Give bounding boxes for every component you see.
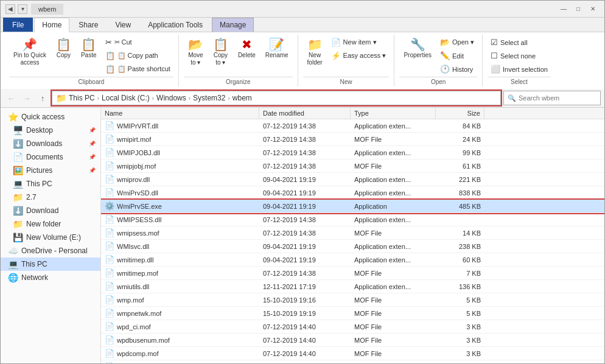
tab-apptools[interactable]: Application Tools xyxy=(140,18,211,32)
tab-file[interactable]: File xyxy=(3,18,33,32)
easy-access-button[interactable]: ⚡ Easy access ▾ xyxy=(328,49,390,62)
quick-access-icon[interactable]: ◀ xyxy=(5,4,15,14)
pin-indicator4: 📌 xyxy=(89,167,96,173)
table-row[interactable]: 📄 wmipjobj.mof 07-12-2019 14:38 MOF File… xyxy=(101,159,604,173)
new-item-button[interactable]: 📄 New item ▾ xyxy=(328,36,390,49)
table-row[interactable]: 📄 wpd_ci.mof 07-12-2019 14:40 MOF File 3… xyxy=(101,320,604,334)
table-row[interactable]: ⚙️ WmiPrvSE.exe 09-04-2021 19:19 Applica… xyxy=(101,200,604,213)
sidebar-item-newvolume[interactable]: 💾 New Volume (E:) xyxy=(1,231,100,244)
table-row[interactable]: 📄 WMIPJOBJ.dll 07-12-2019 14:38 Applicat… xyxy=(101,146,604,159)
col-header-type[interactable]: Type xyxy=(351,108,436,119)
table-row[interactable]: 📄 WmiPrvSD.dll 09-04-2021 19:19 Applicat… xyxy=(101,186,604,200)
sidebar-item-documents[interactable]: 📄 Documents 📌 xyxy=(1,150,100,164)
file-icon: 📄 xyxy=(105,255,114,264)
copy-to-button[interactable]: 📋 Copyto ▾ xyxy=(209,36,233,69)
file-name: wpd_ci.mof xyxy=(117,323,151,331)
cut-button[interactable]: ✂ ✂ Cut xyxy=(102,36,173,49)
forward-button[interactable]: → xyxy=(20,91,33,105)
table-row[interactable]: 📄 wmp.mof 15-10-2019 19:16 MOF File 5 KB xyxy=(101,293,604,307)
sidebar-item-label: Quick access xyxy=(21,113,65,121)
file-name-cell: 📄 wmitimep.mof xyxy=(101,267,259,279)
new-items: 📁 Newfolder 📄 New item ▾ ⚡ Easy access ▾ xyxy=(303,36,390,75)
search-input[interactable] xyxy=(519,94,603,102)
open-button[interactable]: 📂 Open ▾ xyxy=(437,36,477,49)
pin-indicator: 📌 xyxy=(89,127,96,133)
new-folder-button[interactable]: 📁 Newfolder xyxy=(303,36,327,69)
table-row[interactable]: 📄 WMIPSESS.dll 07-12-2019 14:38 Applicat… xyxy=(101,213,604,226)
tab-home[interactable]: Home xyxy=(34,18,69,32)
sidebar-item-onedrive[interactable]: ☁️ OneDrive - Personal xyxy=(1,244,100,257)
properties-button[interactable]: 🔧 Properties xyxy=(399,36,436,61)
paste-button[interactable]: 📋 Paste xyxy=(77,36,101,61)
sidebar-item-27[interactable]: 📁 2.7 xyxy=(1,191,100,204)
sidebar-item-thispc[interactable]: 💻 This PC xyxy=(1,257,100,271)
copy-path-button[interactable]: 📋 📋 Copy path xyxy=(102,49,173,62)
open-label: Open xyxy=(399,77,477,85)
table-row[interactable]: 📄 wpdbusenum.mof 07-12-2019 14:40 MOF Fi… xyxy=(101,334,604,347)
edit-button[interactable]: ✏️ Edit xyxy=(437,49,477,62)
file-date: 07-12-2019 14:38 xyxy=(259,135,351,144)
sidebar-item-pictures[interactable]: 🖼️ Pictures 📌 xyxy=(1,164,100,177)
file-size: 99 KB xyxy=(436,148,484,158)
invert-selection-button[interactable]: ⬜ Invert selection xyxy=(488,63,551,75)
close-button[interactable]: ✕ xyxy=(586,4,600,15)
tab-share[interactable]: Share xyxy=(71,18,106,32)
col-header-size[interactable]: Size xyxy=(436,108,484,119)
sidebar-item-thispc-sub[interactable]: 💻 This PC xyxy=(1,177,100,191)
pin-button[interactable]: 📌 Pin to Quickaccess xyxy=(9,36,51,69)
select-none-button[interactable]: ☐ Select none xyxy=(488,49,551,62)
maximize-button[interactable]: □ xyxy=(572,4,585,15)
delete-button[interactable]: ✖ Delete xyxy=(234,36,260,61)
rename-button[interactable]: 📝 Rename xyxy=(261,36,293,61)
onedrive-icon: ☁️ xyxy=(8,246,18,256)
file-size: 24 KB xyxy=(436,135,484,144)
paste-shortcut-button[interactable]: 📋 📋 Paste shortcut xyxy=(102,63,173,75)
table-row[interactable]: 📄 wmitimep.mof 07-12-2019 14:38 MOF File… xyxy=(101,267,604,280)
col-header-date[interactable]: Date modified xyxy=(259,108,351,119)
table-row[interactable]: 📄 wpdfs.mof 07-12-2019 14:40 MOF File 3 … xyxy=(101,360,604,364)
file-size: 238 KB xyxy=(436,242,484,251)
table-row[interactable]: 📄 WMIPrVRT.dll 07-12-2019 14:38 Applicat… xyxy=(101,119,604,133)
sidebar-item-download[interactable]: ⬇️ Download xyxy=(1,204,100,217)
sidebar-item-newfolder[interactable]: 📁 New folder xyxy=(1,217,100,231)
select-all-button[interactable]: ☑ Select all xyxy=(488,36,551,49)
table-row[interactable]: 📄 wmiprov.dll 09-04-2021 19:19 Applicati… xyxy=(101,173,604,186)
invert-icon: ⬜ xyxy=(491,65,500,74)
sidebar-item-network[interactable]: 🌐 Network xyxy=(1,271,100,284)
back-button[interactable]: ← xyxy=(4,91,18,105)
history-button[interactable]: 🕐 History xyxy=(437,63,477,75)
up-button[interactable]: ↑ xyxy=(36,91,49,105)
table-row[interactable]: 📄 wmpnetwk.mof 15-10-2019 19:19 MOF File… xyxy=(101,307,604,320)
sidebar-item-downloads[interactable]: ⬇️ Downloads 📌 xyxy=(1,137,100,150)
file-name-cell: 📄 wmitimep.dll xyxy=(101,254,259,265)
minimize-button[interactable]: — xyxy=(557,4,570,15)
table-row[interactable]: 📄 wmipsess.mof 07-12-2019 14:38 MOF File… xyxy=(101,226,604,240)
quick-access-up-icon[interactable]: ▾ xyxy=(18,4,27,14)
table-row[interactable]: 📄 wmipirt.mof 07-12-2019 14:38 MOF File … xyxy=(101,133,604,146)
file-name-cell: 📄 wmiprov.dll xyxy=(101,173,259,185)
copy-button[interactable]: 📋 Copy xyxy=(52,36,75,61)
sidebar-item-desktop[interactable]: 🖥️ Desktop 📌 xyxy=(1,124,100,137)
file-size: 3 KB xyxy=(436,362,484,365)
pin-icon: 📌 xyxy=(22,38,37,51)
table-row[interactable]: 📄 WMIsvc.dll 09-04-2021 19:19 Applicatio… xyxy=(101,240,604,253)
sidebar-item-quickaccess[interactable]: ⭐ Quick access xyxy=(1,110,100,124)
desktop-icon: 🖥️ xyxy=(13,125,23,135)
table-row[interactable]: 📄 wmiutils.dll 12-11-2021 17:19 Applicat… xyxy=(101,280,604,293)
file-name-cell: 📄 WMIPSESS.dll xyxy=(101,214,259,225)
file-size: 221 KB xyxy=(436,175,484,184)
tab-manage[interactable]: Manage xyxy=(212,18,254,32)
file-type: Application exten... xyxy=(351,282,436,292)
table-row[interactable]: 📄 wmitimep.dll 09-04-2021 19:19 Applicat… xyxy=(101,253,604,267)
table-row[interactable]: 📄 wpdcomp.mof 07-12-2019 14:40 MOF File … xyxy=(101,347,604,360)
tab-view[interactable]: View xyxy=(107,18,139,32)
sidebar-item-label: New Volume (E:) xyxy=(26,233,81,242)
file-date: 07-12-2019 14:38 xyxy=(259,268,351,278)
file-date: 07-12-2019 14:40 xyxy=(259,322,351,332)
file-name: wmipjobj.mof xyxy=(117,163,156,170)
address-path[interactable]: 📁 This PC › Local Disk (C:) › Windows › … xyxy=(52,91,501,105)
move-to-button[interactable]: 📂 Moveto ▾ xyxy=(184,36,208,69)
search-box[interactable]: 🔍 xyxy=(503,91,601,105)
title-tab-wbem[interactable]: wbem xyxy=(31,4,63,15)
col-header-name[interactable]: Name xyxy=(101,108,259,119)
